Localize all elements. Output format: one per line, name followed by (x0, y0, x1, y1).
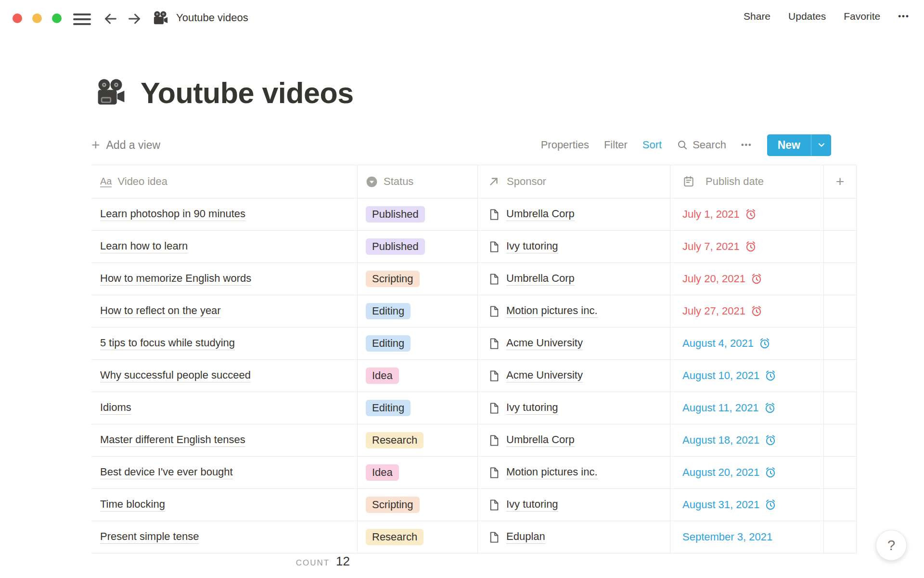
status-cell[interactable]: Research (358, 521, 478, 553)
more-options-icon[interactable]: ••• (898, 12, 910, 21)
zoom-window-button[interactable] (52, 13, 62, 23)
video-idea-cell[interactable]: How to reflect on the year (91, 295, 358, 327)
row-spacer-cell (824, 263, 857, 295)
video-idea-cell[interactable]: Present simple tense (91, 521, 358, 553)
column-header-status[interactable]: Status (358, 165, 478, 198)
status-cell[interactable]: Idea (358, 360, 478, 392)
search-button[interactable]: Search (677, 139, 726, 151)
status-cell[interactable]: Editing (358, 392, 478, 424)
minimize-window-button[interactable] (32, 13, 42, 23)
sort-button[interactable]: Sort (642, 139, 662, 151)
sponsor-link[interactable]: Ivy tutoring (506, 240, 558, 253)
status-cell[interactable]: Published (358, 231, 478, 263)
properties-button[interactable]: Properties (541, 139, 589, 151)
sponsor-cell[interactable]: Ivy tutoring (478, 392, 670, 424)
sponsor-cell[interactable]: Motion pictures inc. (478, 457, 670, 488)
publish-date-cell[interactable]: July 27, 2021 (670, 295, 824, 327)
table-count-footer[interactable]: COUNT 12 (91, 554, 358, 569)
sponsor-link[interactable]: Ivy tutoring (506, 401, 558, 415)
video-idea-cell[interactable]: Learn photoshop in 90 minutes (91, 198, 358, 230)
forward-arrow-icon[interactable] (126, 10, 143, 27)
sponsor-cell[interactable]: Acme University (478, 328, 670, 359)
sponsor-link[interactable]: Motion pictures inc. (506, 466, 598, 479)
publish-date-cell[interactable]: August 20, 2021 (670, 457, 824, 488)
sponsor-link[interactable]: Acme University (506, 337, 583, 350)
column-header-video-idea[interactable]: Aa Video idea (91, 165, 358, 198)
publish-date-value: September 3, 2021 (682, 531, 772, 543)
view-options-icon[interactable]: ••• (741, 141, 752, 149)
sponsor-cell[interactable]: Ivy tutoring (478, 489, 670, 521)
publish-date-cell[interactable]: August 10, 2021 (670, 360, 824, 392)
reminder-alarm-clock-icon (758, 337, 771, 350)
reminder-alarm-clock-icon (764, 369, 777, 382)
help-button[interactable]: ? (876, 530, 907, 561)
add-view-button[interactable]: + Add a view (91, 138, 160, 152)
sponsor-cell[interactable]: Acme University (478, 360, 670, 392)
publish-date-cell[interactable]: August 4, 2021 (670, 328, 824, 359)
video-idea-cell[interactable]: Master different English tenses (91, 424, 358, 456)
video-idea-cell[interactable]: Learn how to learn (91, 231, 358, 263)
row-spacer-cell (824, 198, 857, 230)
status-cell[interactable]: Published (358, 198, 478, 230)
share-button[interactable]: Share (744, 11, 770, 22)
video-idea-title: Master different English tenses (100, 434, 245, 447)
status-cell[interactable]: Editing (358, 295, 478, 327)
video-idea-cell[interactable]: Time blocking (91, 489, 358, 521)
publish-date-cell[interactable]: July 7, 2021 (670, 231, 824, 263)
sponsor-link[interactable]: Umbrella Corp (506, 208, 575, 221)
sponsor-cell[interactable]: Umbrella Corp (478, 263, 670, 295)
sponsor-cell[interactable]: Ivy tutoring (478, 231, 670, 263)
chevron-down-icon[interactable] (811, 134, 831, 156)
status-cell[interactable]: Scripting (358, 263, 478, 295)
status-cell[interactable]: Editing (358, 328, 478, 359)
video-idea-title: 5 tips to focus while studying (100, 337, 235, 350)
sponsor-link[interactable]: Acme University (506, 369, 583, 382)
sponsor-cell[interactable]: Motion pictures inc. (478, 295, 670, 327)
breadcrumb[interactable]: Youtube videos (176, 12, 248, 24)
publish-date-cell[interactable]: July 20, 2021 (670, 263, 824, 295)
sponsor-link[interactable]: Umbrella Corp (506, 272, 575, 286)
publish-date-cell[interactable]: September 3, 2021 (670, 521, 824, 553)
count-label: COUNT (296, 558, 330, 568)
status-cell[interactable]: Idea (358, 457, 478, 488)
row-spacer-cell (824, 521, 857, 553)
updates-button[interactable]: Updates (788, 11, 826, 22)
video-idea-cell[interactable]: Idioms (91, 392, 358, 424)
favorite-button[interactable]: Favorite (844, 11, 880, 22)
status-badge: Research (366, 529, 424, 545)
video-idea-cell[interactable]: Best device I've ever bought (91, 457, 358, 488)
column-header-sponsor[interactable]: Sponsor (478, 165, 670, 198)
window-title-bar: Youtube videos Share Updates Favorite ••… (0, 0, 924, 37)
new-button[interactable]: New (767, 134, 831, 156)
sponsor-cell[interactable]: Umbrella Corp (478, 198, 670, 230)
filter-button[interactable]: Filter (604, 139, 628, 151)
status-cell[interactable]: Scripting (358, 489, 478, 521)
publish-date-cell[interactable]: August 11, 2021 (670, 392, 824, 424)
page-title[interactable]: Youtube videos (141, 76, 354, 110)
publish-date-cell[interactable]: July 1, 2021 (670, 198, 824, 230)
row-spacer-cell (824, 457, 857, 488)
publish-date-value: July 20, 2021 (682, 273, 745, 285)
video-idea-cell[interactable]: How to memorize English words (91, 263, 358, 295)
sponsor-link[interactable]: Eduplan (506, 530, 545, 544)
publish-date-cell[interactable]: August 31, 2021 (670, 489, 824, 521)
sponsor-cell[interactable]: Umbrella Corp (478, 424, 670, 456)
column-header-publish-date[interactable]: Publish date (670, 165, 824, 198)
sponsor-link[interactable]: Ivy tutoring (506, 498, 558, 512)
status-cell[interactable]: Research (358, 424, 478, 456)
video-idea-title: How to reflect on the year (100, 304, 221, 318)
plus-icon: + (91, 138, 100, 152)
sponsor-link[interactable]: Motion pictures inc. (506, 304, 598, 318)
video-idea-cell[interactable]: 5 tips to focus while studying (91, 328, 358, 359)
sponsor-link[interactable]: Umbrella Corp (506, 434, 575, 447)
back-arrow-icon[interactable] (102, 10, 119, 27)
status-badge: Editing (366, 335, 411, 352)
page-movie-camera-icon (94, 76, 128, 110)
sponsor-cell[interactable]: Eduplan (478, 521, 670, 553)
sidebar-menu-icon[interactable] (73, 13, 91, 26)
publish-date-cell[interactable]: August 18, 2021 (670, 424, 824, 456)
close-window-button[interactable] (13, 13, 22, 23)
status-badge: Published (366, 238, 425, 255)
video-idea-cell[interactable]: Why successful people succeed (91, 360, 358, 392)
add-column-button[interactable]: + (824, 165, 857, 198)
